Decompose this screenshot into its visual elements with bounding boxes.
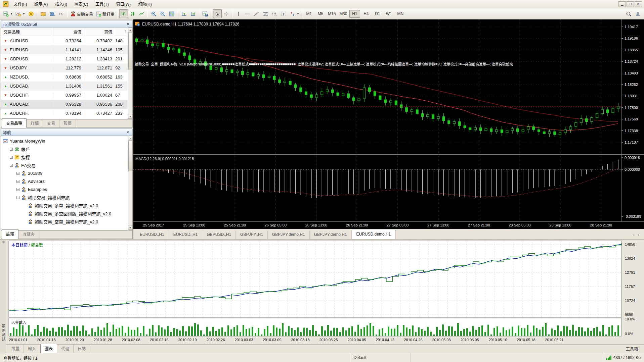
tree-item[interactable]: 輔助交易_多空回測版_讓獲利奔跑_v2.0 [1, 209, 132, 217]
tester-tab-2[interactable]: 圖表 [40, 344, 57, 353]
column-header[interactable]: 賣價 [53, 28, 84, 36]
history-center-button[interactable] [39, 9, 48, 18]
timeframe-M15[interactable]: M15 [327, 10, 337, 18]
market-watch-row[interactable]: ▼EURUSD.1.141411.14246105 [1, 45, 132, 54]
cursor-button[interactable] [213, 9, 222, 18]
tree-item[interactable]: +Advisors [1, 177, 132, 185]
line-chart-button[interactable] [137, 9, 146, 18]
tab-scroll-right-icon[interactable]: › [638, 232, 639, 237]
menu-工具(T)[interactable]: 工具(T) [92, 1, 112, 8]
timeframe-M5[interactable]: M5 [315, 10, 326, 18]
menu-圖表(C)[interactable]: 圖表(C) [71, 1, 92, 8]
expand-icon[interactable]: + [16, 180, 19, 183]
close-icon[interactable]: ✕ [1, 240, 6, 244]
close-icon[interactable]: ✕ [126, 22, 130, 26]
market-watch-scrollbar[interactable]: ▲ ▼ [128, 28, 132, 119]
tree-item[interactable]: -EA交易 [1, 161, 132, 169]
vertical-line-button[interactable] [234, 9, 243, 18]
auto-scroll-button[interactable] [179, 9, 188, 18]
menu-文件(F)[interactable]: 文件(F) [10, 1, 31, 8]
chart-tab-0[interactable]: EURUSD.,H1 [135, 230, 169, 239]
market-watch-row[interactable]: ▼USDCHF.0.999571.0002467 [1, 91, 132, 100]
trendline-button[interactable] [252, 9, 261, 18]
column-header[interactable]: 買價 [84, 28, 115, 36]
bar-chart-button[interactable] [119, 9, 128, 18]
signals-button[interactable] [57, 9, 66, 18]
tree-item[interactable]: -輔助交易_讓獲利奔跑 [1, 193, 132, 201]
market-watch-row[interactable]: ▼GBPUSD.1.282121.28413201 [1, 54, 132, 63]
minimize-button[interactable]: ▁ [618, 1, 626, 7]
price-chart[interactable]: 1.194171.191861.189551.187241.184931.182… [133, 19, 644, 221]
timeframe-D1[interactable]: D1 [372, 10, 383, 18]
market-watch-row[interactable]: ▼AUDUSD.0.732540.73402148 [1, 36, 132, 45]
chart-tab-6[interactable]: EURUSD.demo,H1 [352, 230, 396, 239]
chart-tab-5[interactable]: GBPJPY.demo,H1 [310, 230, 352, 239]
navigator-tab-1[interactable]: 收藏夾 [18, 230, 39, 239]
tile-windows-button[interactable] [167, 9, 176, 18]
tree-item[interactable]: Yuanta MoneyWin [1, 137, 132, 145]
tree-item[interactable]: 輔助交易_多單_讓獲利奔跑_v2.0 [1, 201, 132, 209]
chart-tab-1[interactable]: EURUSD.,H1 [169, 230, 203, 239]
text-button[interactable]: T [279, 9, 288, 18]
collapse-icon[interactable]: - [10, 164, 13, 167]
timeframe-MN[interactable]: MN [395, 10, 406, 18]
horizontal-line-button[interactable] [243, 9, 252, 18]
scroll-down-icon[interactable]: ▼ [128, 225, 133, 230]
market-watch-tab-1[interactable]: 詳細 [27, 119, 43, 127]
new-order-button[interactable]: 新訂單 [94, 9, 116, 18]
expand-icon[interactable]: + [16, 188, 19, 191]
menu-顯示(V)[interactable]: 顯示(V) [31, 1, 51, 8]
templates-button[interactable] [201, 9, 210, 18]
market-watch-row[interactable]: ▲USDCAD.1.314061.31561155 [1, 82, 132, 91]
restore-button[interactable]: ❐ [627, 1, 634, 7]
zoom-out-button[interactable] [158, 9, 167, 18]
market-watch-tab-2[interactable]: 交易 [43, 119, 59, 127]
autotrade-button[interactable]: 自動交易 [69, 9, 94, 18]
navigator-tab-0[interactable]: 註釋 [2, 229, 18, 239]
column-header[interactable]: ! [115, 28, 129, 36]
fibonacci-button[interactable]: F [261, 9, 270, 18]
arrows-button[interactable]: ▼ [288, 9, 301, 18]
new-chart-button[interactable]: ▼ [2, 9, 14, 18]
close-icon[interactable]: ✕ [126, 131, 130, 134]
menu-插入(I)[interactable]: 插入(I) [51, 1, 71, 8]
menu-幫助(H)[interactable]: 幫助(H) [134, 1, 156, 8]
tree-item[interactable]: +201809 [1, 169, 132, 177]
tester-tab-4[interactable]: 日誌 [74, 344, 90, 353]
tester-graph[interactable]: 14858138241279111757107249690本日餘額 / 權益數入… [6, 240, 644, 345]
scroll-up-icon[interactable]: ▲ [128, 28, 133, 32]
timeframe-M1[interactable]: M1 [304, 10, 314, 18]
status-profile[interactable]: Default [350, 353, 411, 362]
tree-item[interactable]: +帳戶 [1, 145, 132, 153]
tester-tab-3[interactable]: 代理 [57, 344, 74, 353]
tree-item[interactable]: +f指標 [1, 153, 132, 161]
market-watch-tab-3[interactable]: 報價 [59, 119, 76, 127]
tree-item[interactable]: +Examples [1, 185, 132, 193]
zoom-in-button[interactable] [149, 9, 158, 18]
navigator-scrollbar[interactable]: ▲ ▼ [128, 136, 132, 230]
scrollbar-thumb[interactable] [128, 33, 132, 69]
expand-icon[interactable]: + [10, 156, 13, 159]
chart-shift-button[interactable] [188, 9, 198, 18]
crosshair-button[interactable] [222, 9, 231, 18]
timeframe-H4[interactable]: H4 [361, 10, 372, 18]
tab-scroll-left-icon[interactable]: ‹ [633, 232, 635, 237]
timeframe-W1[interactable]: W1 [384, 10, 394, 18]
chart-tab-2[interactable]: GBPUSD.,H1 [202, 230, 236, 239]
collapse-icon[interactable]: - [16, 196, 19, 199]
grid-button[interactable]: F [270, 9, 279, 18]
profiles-button[interactable]: ▼ [14, 9, 27, 18]
community-button[interactable] [633, 9, 642, 18]
tree-item[interactable]: 輔助交易_空單_讓獲利奔跑_v2.0 [1, 217, 132, 225]
menu-窗口(W)[interactable]: 窗口(W) [113, 1, 134, 8]
tester-tab-1[interactable]: 輸入 [24, 344, 40, 353]
column-header[interactable]: 交易品種 [1, 28, 53, 36]
search-button[interactable] [624, 9, 633, 18]
market-watch-row[interactable]: ▲AUDCHF.0.731940.73427233 [1, 109, 132, 118]
candlestick-button[interactable] [128, 9, 137, 18]
tester-tab-0[interactable]: 設置 [7, 344, 24, 353]
market-watch-button[interactable]: $ [27, 9, 36, 18]
expand-icon[interactable]: + [10, 148, 13, 151]
timeframe-H1[interactable]: H1 [349, 10, 360, 18]
scrollbar-thumb[interactable] [128, 141, 132, 171]
